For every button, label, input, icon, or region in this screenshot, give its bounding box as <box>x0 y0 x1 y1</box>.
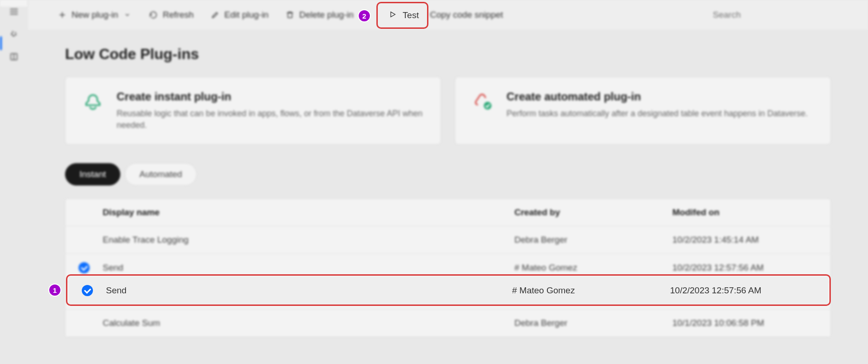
cell-by: Debra Berger <box>514 235 672 245</box>
cell-by: # Mateo Gomez <box>514 263 672 273</box>
tab-automated[interactable]: Automated <box>125 163 197 185</box>
cell-by: Debra Berger <box>514 318 672 328</box>
create-instant-card[interactable]: Create instant plug-in Reusable logic th… <box>65 77 441 145</box>
cell-on: 10/2/2023 1:45:14 AM <box>672 235 830 245</box>
col-display-name: Display name <box>103 207 514 218</box>
automated-card-text: Create automated plug-in Perform tasks a… <box>506 90 808 119</box>
test-label: Test <box>403 10 419 20</box>
instant-card-desc: Reusable logic that can be invoked in ap… <box>117 108 425 131</box>
page-body: Low Code Plug-ins Create instant plug-in… <box>28 30 868 61</box>
active-indicator <box>0 36 2 50</box>
left-rail <box>0 0 28 7</box>
svg-rect-7 <box>288 13 292 18</box>
plugins-table: Display name Created by Modifed on Enabl… <box>65 199 831 338</box>
instant-card-title: Create instant plug-in <box>117 90 425 103</box>
cell-on: 10/2/2023 12:57:56 AM <box>672 263 830 273</box>
tab-instant[interactable]: Instant <box>65 163 120 185</box>
table-header: Display name Created by Modifed on <box>66 199 830 226</box>
check-icon[interactable] <box>79 262 90 273</box>
edit-icon <box>210 10 220 20</box>
book-icon[interactable] <box>9 52 19 61</box>
create-automated-card[interactable]: Create automated plug-in Perform tasks a… <box>455 77 831 145</box>
page-title: Low Code Plug-ins <box>65 46 831 63</box>
plus-icon <box>58 10 67 20</box>
copy-label: Copy code snippet <box>430 10 503 20</box>
refresh-button[interactable]: Refresh <box>142 6 200 24</box>
search-input[interactable] <box>705 6 854 24</box>
cell-name: Enable Trace Logging <box>103 235 514 245</box>
toolbar: New plug-in Refresh Edit plug-in Delete … <box>28 0 868 30</box>
automated-card-title: Create automated plug-in <box>506 90 808 103</box>
cell-on: 10/2/2023 12:57:56 AM <box>670 285 828 296</box>
table-row[interactable]: Enable Trace Logging Debra Berger 10/2/2… <box>66 226 830 254</box>
refresh-icon <box>149 10 158 20</box>
play-icon <box>389 10 396 20</box>
callout-1: 1 <box>48 284 61 297</box>
edit-plugin-button[interactable]: Edit plug-in <box>204 6 275 24</box>
chevron-down-icon <box>123 10 132 20</box>
col-created-by: Created by <box>514 207 672 218</box>
col-modified-on: Modifed on <box>672 207 830 218</box>
new-plugin-label: New plug-in <box>72 10 118 20</box>
test-button[interactable]: Test <box>381 5 427 26</box>
selected-row[interactable]: Send # Mateo Gomez 10/2/2023 12:57:56 AM <box>69 277 828 304</box>
instant-card-text: Create instant plug-in Reusable logic th… <box>117 90 425 131</box>
tabs: Instant Automated <box>65 163 831 185</box>
cell-by: # Mateo Gomez <box>512 285 670 296</box>
refresh-label: Refresh <box>163 10 194 20</box>
instant-icon <box>81 90 105 113</box>
trash-icon <box>285 10 295 20</box>
check-icon[interactable] <box>82 285 93 296</box>
table-row[interactable]: Calculate Sum Debra Berger 10/1/2023 10:… <box>66 310 830 337</box>
svg-marker-11 <box>391 12 395 17</box>
plugin-icon[interactable] <box>9 30 19 39</box>
cell-name: Send <box>106 285 512 296</box>
automated-icon <box>471 90 494 113</box>
cell-on: 10/1/2023 10:06:58 PM <box>672 318 830 328</box>
edit-label: Edit plug-in <box>224 10 269 20</box>
new-plugin-button[interactable]: New plug-in <box>51 6 138 24</box>
hamburger-icon[interactable] <box>9 7 19 17</box>
cell-name: Calculate Sum <box>103 318 514 328</box>
delete-label: Delete plug-in <box>299 10 354 20</box>
automated-card-desc: Perform tasks automatically after a desi… <box>506 108 808 119</box>
cell-name: Send <box>103 263 514 273</box>
delete-plugin-button[interactable]: Delete plug-in <box>279 6 360 24</box>
cards-row: Create instant plug-in Reusable logic th… <box>65 77 831 145</box>
